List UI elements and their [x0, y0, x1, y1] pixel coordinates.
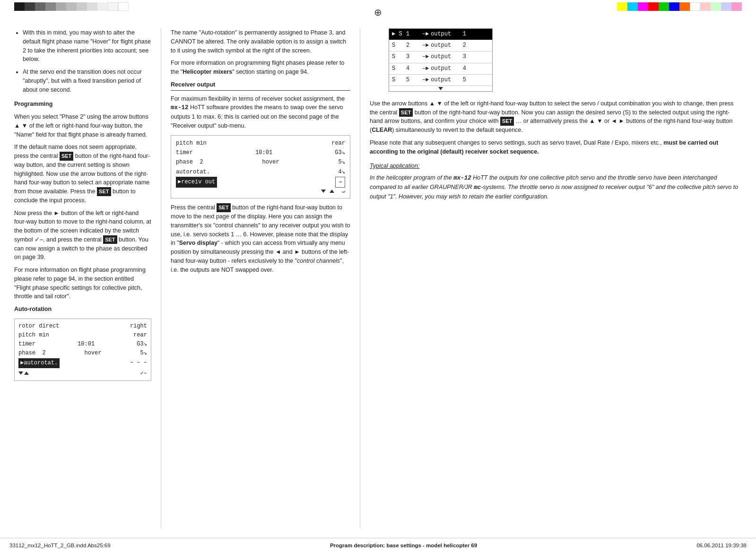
heli-mixers-bold: Helicopter mixers	[182, 69, 232, 75]
recv-phase-val: 5↘	[339, 157, 345, 167]
color-sq-r12	[731, 2, 742, 11]
servo-down-icon	[438, 87, 443, 90]
auto-rotation-box: rotor direct right pitch min rear timer …	[14, 319, 151, 381]
recv-pitch-label: pitch min	[176, 138, 207, 148]
bottom-left-text: 33112_mx12_HoTT_2_GB.indd Abs25:69	[9, 543, 111, 548]
ar-timer-val: G3↘	[137, 340, 147, 349]
color-sq-r1	[617, 2, 627, 11]
servo-label-2: output	[431, 41, 457, 50]
ar-row-4: phase 2 hover 5↘	[18, 349, 147, 358]
bullet-item-2: At the servo end the transition does not…	[23, 68, 151, 94]
autorot-desc: The name "Auto-rotation" is permanently …	[171, 28, 350, 55]
servo-num-1: 1	[406, 30, 420, 39]
typical-app-italic: In the helicopter program of the mx-12 H…	[370, 174, 738, 200]
set-badge-3: SET	[103, 235, 117, 244]
servo-label-5: output	[431, 76, 457, 85]
servo-arr-3: –►	[420, 52, 431, 61]
servo-num-3: 3	[406, 52, 420, 61]
color-sq-8	[87, 2, 97, 11]
ar-arrow-row: ✓–	[18, 369, 147, 378]
recv-row-2: timer 10:01 G3↘	[176, 148, 345, 157]
color-sq-r7	[679, 2, 690, 11]
mx12-brand: mx-12	[171, 104, 189, 111]
programming-heading: Programming	[14, 100, 151, 109]
color-sq-r9	[700, 2, 711, 11]
must-carried-bold: must be carried out according to the ori…	[370, 139, 718, 155]
color-sq-r3	[638, 2, 648, 11]
servo-display-bold: Servo display	[179, 240, 217, 246]
servo-val-2: 2	[457, 41, 466, 50]
ar-up-icon	[24, 371, 29, 375]
color-sq-6	[66, 2, 77, 11]
recv-phase-mid: hover	[262, 157, 279, 167]
color-sq-1	[14, 2, 25, 11]
servo-val-5: 5	[457, 76, 466, 85]
color-sq-r10	[711, 2, 721, 11]
servo-row-2: S 2 –► output 2	[389, 40, 492, 52]
color-squares-right	[617, 2, 742, 11]
ar-phase-label: phase 2	[18, 349, 46, 358]
ar-pitch-val: rear	[133, 331, 147, 340]
programming-p4: For more information on flight phase pro…	[14, 266, 151, 301]
mid-column: The name "Auto-rotation" is permanently …	[161, 19, 360, 538]
servo-s-3: S	[392, 52, 406, 61]
ar-switch-symbol: ✓–	[140, 369, 147, 378]
bottom-bar: 33112_mx12_HoTT_2_GB.indd Abs25:69 Progr…	[0, 538, 756, 552]
recv-timer-mid: 10:01	[255, 148, 272, 157]
bullet-list: With this in mind, you may wish to alter…	[14, 28, 151, 94]
set-badge-right-1: SET	[399, 108, 413, 117]
color-sq-4	[45, 2, 56, 11]
recv-row-1: pitch min rear	[176, 138, 345, 148]
color-sq-11	[118, 2, 129, 11]
typical-app-body: In the helicopter program of the mx-12 H…	[370, 173, 742, 201]
servo-row-5: S 5 –► output 5	[389, 75, 492, 86]
color-sq-r5	[659, 2, 669, 11]
servo-arr-4: –►	[420, 64, 431, 73]
right-column: ► S 1 –► output 1 S 2 –► output 2 S 3 –►	[360, 19, 756, 538]
servo-s-2: S	[392, 41, 406, 50]
ar-row-1: rotor direct right	[18, 322, 147, 331]
recv-enter-icon: ↵	[342, 189, 345, 194]
servo-row-3: S 3 –► output 3	[389, 52, 492, 63]
ar-pitch-label: pitch min	[18, 331, 49, 340]
recv-pitch-val: rear	[331, 138, 345, 148]
servo-num-2: 2	[406, 41, 420, 50]
ar-row-5: ►autorotat. – – –	[18, 358, 147, 368]
ar-row-3: timer 10:01 G3↘	[18, 340, 147, 349]
recv-p1: For maximum flexibility in terms of rece…	[171, 95, 350, 130]
recv-row-5: ►receiv out ⇒	[176, 177, 345, 188]
recv-row-3: phase 2 hover 5↘	[176, 157, 345, 167]
programming-p1: When you select "Phase 2" using the arro…	[14, 112, 151, 139]
recv-timer-val: G3↘	[335, 148, 345, 157]
servo-val-1: 1	[457, 30, 466, 39]
servo-row-1: ► S 1 –► output 1	[389, 29, 492, 40]
recv-timer-label: timer	[176, 148, 193, 157]
mc-brand: mc	[474, 184, 481, 191]
ar-timer-label: timer	[18, 340, 35, 349]
ar-phase-val: 5↘	[140, 349, 147, 358]
color-sq-r8	[690, 2, 700, 11]
recv-row-4: autorotat. 4↘	[176, 167, 345, 177]
servo-label-4: output	[431, 64, 457, 73]
color-sq-9	[97, 2, 108, 11]
color-sq-r2	[627, 2, 638, 11]
servo-down-row	[389, 86, 492, 91]
ar-down-icon	[18, 371, 23, 375]
bottom-timestamp: 06.06.2011 19:39:38	[696, 543, 747, 548]
set-badge-2: SET	[97, 187, 111, 196]
ar-rotor-label: rotor direct	[18, 322, 59, 331]
color-sq-7	[77, 2, 87, 11]
recv-triangle-down	[321, 190, 326, 193]
clear-bold: CLEAR	[372, 127, 392, 133]
main-content: With this in mind, you may wish to alter…	[0, 19, 756, 538]
ar-autorotat-label: ►autorotat.	[18, 358, 60, 368]
recv-autorotat-val: 4↘	[339, 167, 345, 177]
set-badge-1: SET	[60, 152, 73, 161]
servo-val-4: 4	[457, 64, 466, 73]
servo-val-3: 3	[457, 52, 466, 61]
servo-s-4: S	[392, 64, 406, 73]
ar-rotor-val: right	[130, 322, 147, 331]
typical-app-heading: Typical application:	[370, 162, 742, 171]
receiver-output-box: pitch min rear timer 10:01 G3↘ phase 2 h…	[171, 135, 350, 199]
right-p1: Use the arrow buttons ▲ ▼ of the left or…	[370, 99, 742, 135]
